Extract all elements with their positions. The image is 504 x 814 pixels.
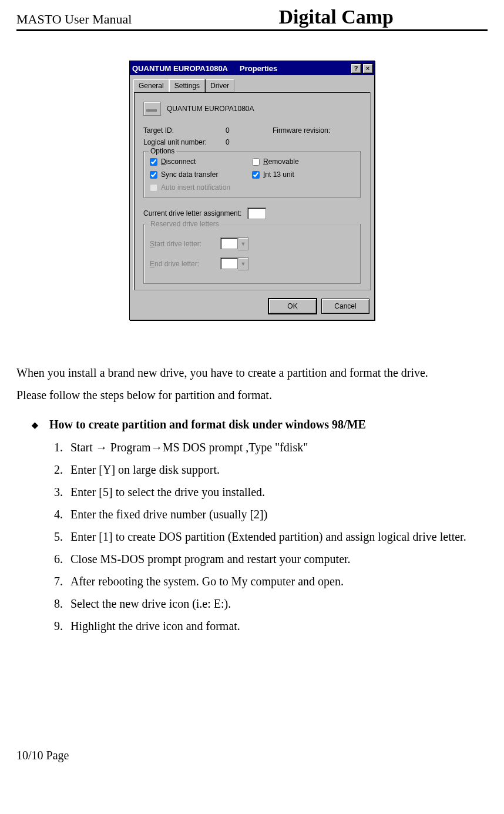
- tab-general[interactable]: General: [133, 79, 169, 92]
- cancel-button[interactable]: Cancel: [321, 299, 369, 314]
- list-item: After rebooting the system. Go to My com…: [66, 570, 488, 592]
- list-item: Enter [Y] on large disk support.: [66, 458, 488, 481]
- steps-list: Start → Program→MS DOS prompt ,Type "fdi…: [49, 436, 488, 637]
- list-item: Enter the fixed drive number (usually [2…: [66, 503, 488, 525]
- target-id-label: Target ID:: [143, 126, 226, 135]
- checkbox-disconnect[interactable]: Disconnect: [150, 158, 252, 166]
- checkbox-sync[interactable]: Sync data transfer: [150, 170, 252, 179]
- checkbox-auto-insert-input: [150, 184, 157, 192]
- paragraph-2: Please follow the steps below for partit…: [16, 384, 488, 406]
- close-button[interactable]: ×: [362, 63, 373, 73]
- start-letter-label: Start drive letter:: [150, 240, 220, 248]
- end-letter-label: End drive letter:: [150, 260, 220, 268]
- checkbox-removable-input[interactable]: [252, 158, 260, 166]
- list-item: Start → Program→MS DOS prompt ,Type "fdi…: [66, 436, 488, 458]
- section-title: How to create partition and format disk …: [49, 418, 488, 431]
- reserved-legend: Reserved drive letters: [149, 220, 221, 228]
- header-right: Digital Camp: [279, 6, 394, 28]
- device-name: QUANTUM EUROPA1080A: [167, 105, 254, 113]
- checkbox-removable[interactable]: Removable: [252, 158, 354, 166]
- checkbox-int13[interactable]: Int 13 unit: [252, 170, 354, 179]
- chevron-down-icon: ▼: [238, 237, 248, 250]
- list-item: Close MS-DOS prompt program and restart …: [66, 548, 488, 570]
- checkbox-auto-insert: Auto insert notification: [150, 183, 252, 192]
- paragraph-1: When you install a brand new drive, you …: [16, 361, 488, 384]
- current-drive-input[interactable]: [247, 207, 266, 219]
- current-drive-label: Current drive letter assignment:: [143, 209, 241, 217]
- lun-label: Logical unit number:: [143, 138, 226, 146]
- checkbox-disconnect-input[interactable]: [150, 158, 157, 166]
- help-button[interactable]: ?: [351, 63, 361, 73]
- ok-button[interactable]: OK: [268, 299, 317, 314]
- tab-panel-settings: QUANTUM EUROPA1080A Target ID: 0 Firmwar…: [133, 92, 371, 290]
- checkbox-int13-input[interactable]: [252, 171, 260, 179]
- target-id-value: 0: [226, 126, 249, 135]
- page-footer: 10/10 Page: [16, 749, 488, 762]
- list-item: Select the new drive icon (i.e: E:).: [66, 592, 488, 615]
- list-item: Enter [1] to create DOS partition (Exten…: [66, 525, 488, 548]
- list-item: Enter [5] to select the drive you instal…: [66, 481, 488, 503]
- properties-dialog: QUANTUM EUROPA1080A Properties ? × Gener…: [129, 61, 375, 320]
- header-left: MASTO User Manual: [16, 12, 132, 27]
- lun-value: 0: [226, 138, 249, 146]
- options-legend: Options: [149, 147, 176, 155]
- title-suffix: Properties: [240, 64, 277, 73]
- reserved-group: Reserved drive letters Start drive lette…: [143, 224, 361, 284]
- tab-settings[interactable]: Settings: [169, 79, 205, 92]
- checkbox-sync-input[interactable]: [150, 171, 157, 179]
- end-letter-combo: ▼: [220, 257, 248, 270]
- firmware-label: Firmware revision:: [273, 126, 330, 135]
- title-device: QUANTUM EUROPA1080A: [132, 64, 228, 73]
- drive-icon: [143, 102, 161, 116]
- start-letter-combo: ▼: [220, 237, 248, 250]
- titlebar[interactable]: QUANTUM EUROPA1080A Properties ? ×: [130, 61, 374, 75]
- options-group: Options Disconnect Removable Sync dat: [143, 151, 361, 198]
- chevron-down-icon: ▼: [238, 257, 248, 270]
- list-item: Highlight the drive icon and format.: [66, 615, 488, 637]
- tab-driver[interactable]: Driver: [205, 79, 234, 92]
